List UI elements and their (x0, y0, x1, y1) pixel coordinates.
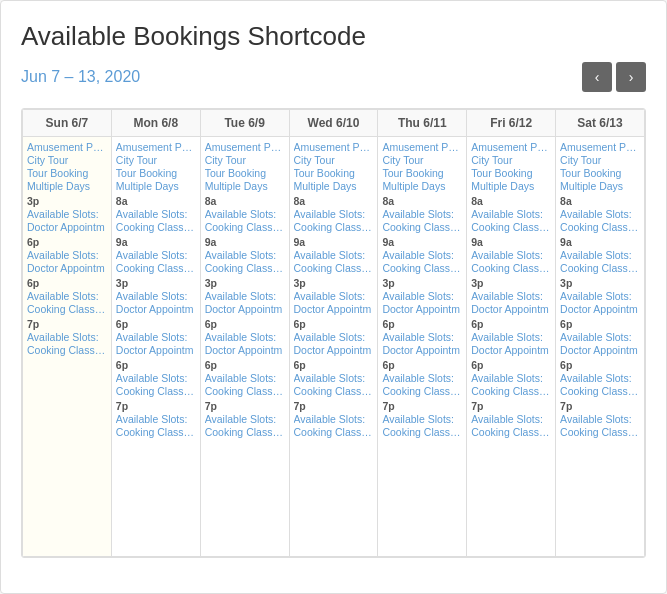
calendar-event[interactable]: Cooking Class Mo (116, 426, 196, 438)
available-slots[interactable]: Available Slots: (116, 249, 196, 261)
available-slots[interactable]: Available Slots: (116, 290, 196, 302)
allday-event[interactable]: Multiple Days (294, 180, 374, 192)
calendar-event[interactable]: Cooking Class Mo (471, 221, 551, 233)
available-slots[interactable]: Available Slots: (560, 331, 640, 343)
calendar-event[interactable]: Doctor Appointm (560, 303, 640, 315)
allday-event[interactable]: Amusement Park (471, 141, 551, 153)
allday-event[interactable]: City Tour (205, 154, 285, 166)
calendar-event[interactable]: Cooking Class Mo (382, 385, 462, 397)
available-slots[interactable]: Available Slots: (471, 413, 551, 425)
available-slots[interactable]: Available Slots: (116, 331, 196, 343)
available-slots[interactable]: Available Slots: (27, 208, 107, 220)
allday-event[interactable]: Multiple Days (27, 180, 107, 192)
prev-button[interactable]: ‹ (582, 62, 612, 92)
available-slots[interactable]: Available Slots: (471, 372, 551, 384)
allday-event[interactable]: Multiple Days (205, 180, 285, 192)
available-slots[interactable]: Available Slots: (382, 372, 462, 384)
calendar-event[interactable]: Cooking Class Mo (205, 262, 285, 274)
calendar-event[interactable]: Doctor Appointm (382, 303, 462, 315)
available-slots[interactable]: Available Slots: (560, 208, 640, 220)
calendar-event[interactable]: Cooking Class Mo (294, 221, 374, 233)
allday-event[interactable]: City Tour (116, 154, 196, 166)
allday-event[interactable]: Amusement Park (27, 141, 107, 153)
calendar-event[interactable]: Cooking Class Mo (27, 303, 107, 315)
available-slots[interactable]: Available Slots: (471, 208, 551, 220)
next-button[interactable]: › (616, 62, 646, 92)
calendar-event[interactable]: Cooking Class Mo (294, 262, 374, 274)
calendar-event[interactable]: Cooking Class Mo (205, 385, 285, 397)
allday-event[interactable]: Amusement Park (205, 141, 285, 153)
calendar-event[interactable]: Doctor Appointm (116, 303, 196, 315)
calendar-event[interactable]: Cooking Class Mo (116, 221, 196, 233)
allday-event[interactable]: Multiple Days (560, 180, 640, 192)
calendar-event[interactable]: Doctor Appointm (116, 344, 196, 356)
allday-event[interactable]: City Tour (27, 154, 107, 166)
available-slots[interactable]: Available Slots: (205, 249, 285, 261)
calendar-event[interactable]: Cooking Class Mo (560, 221, 640, 233)
calendar-event[interactable]: Cooking Class Mo (382, 426, 462, 438)
calendar-event[interactable]: Cooking Class Mo (27, 344, 107, 356)
available-slots[interactable]: Available Slots: (294, 331, 374, 343)
available-slots[interactable]: Available Slots: (294, 372, 374, 384)
allday-event[interactable]: Multiple Days (116, 180, 196, 192)
allday-event[interactable]: Tour Booking (382, 167, 462, 179)
available-slots[interactable]: Available Slots: (382, 249, 462, 261)
available-slots[interactable]: Available Slots: (560, 413, 640, 425)
allday-event[interactable]: Tour Booking (205, 167, 285, 179)
calendar-event[interactable]: Doctor Appointm (382, 344, 462, 356)
calendar-event[interactable]: Cooking Class Mo (382, 262, 462, 274)
allday-event[interactable]: Tour Booking (27, 167, 107, 179)
calendar-event[interactable]: Doctor Appointm (205, 303, 285, 315)
calendar-event[interactable]: Doctor Appointm (294, 344, 374, 356)
available-slots[interactable]: Available Slots: (116, 208, 196, 220)
available-slots[interactable]: Available Slots: (382, 331, 462, 343)
allday-event[interactable]: City Tour (294, 154, 374, 166)
allday-event[interactable]: Tour Booking (294, 167, 374, 179)
calendar-event[interactable]: Cooking Class Mo (205, 221, 285, 233)
allday-event[interactable]: City Tour (471, 154, 551, 166)
available-slots[interactable]: Available Slots: (205, 208, 285, 220)
calendar-event[interactable]: Cooking Class Mo (116, 385, 196, 397)
calendar-event[interactable]: Cooking Class Mo (560, 426, 640, 438)
allday-event[interactable]: Amusement Park (294, 141, 374, 153)
allday-event[interactable]: Amusement Park (116, 141, 196, 153)
calendar-event[interactable]: Cooking Class Mo (116, 262, 196, 274)
calendar-event[interactable]: Cooking Class Mo (560, 385, 640, 397)
available-slots[interactable]: Available Slots: (294, 413, 374, 425)
available-slots[interactable]: Available Slots: (205, 413, 285, 425)
calendar-event[interactable]: Cooking Class Mo (294, 426, 374, 438)
available-slots[interactable]: Available Slots: (382, 413, 462, 425)
available-slots[interactable]: Available Slots: (560, 290, 640, 302)
calendar-event[interactable]: Doctor Appointm (205, 344, 285, 356)
calendar-event[interactable]: Doctor Appointm (27, 262, 107, 274)
allday-event[interactable]: Tour Booking (471, 167, 551, 179)
available-slots[interactable]: Available Slots: (27, 249, 107, 261)
available-slots[interactable]: Available Slots: (116, 413, 196, 425)
allday-event[interactable]: City Tour (382, 154, 462, 166)
allday-event[interactable]: Multiple Days (382, 180, 462, 192)
calendar-event[interactable]: Cooking Class Mo (471, 385, 551, 397)
available-slots[interactable]: Available Slots: (294, 249, 374, 261)
available-slots[interactable]: Available Slots: (382, 208, 462, 220)
available-slots[interactable]: Available Slots: (471, 249, 551, 261)
calendar-event[interactable]: Cooking Class Mo (560, 262, 640, 274)
available-slots[interactable]: Available Slots: (471, 290, 551, 302)
available-slots[interactable]: Available Slots: (294, 208, 374, 220)
available-slots[interactable]: Available Slots: (294, 290, 374, 302)
allday-event[interactable]: Multiple Days (471, 180, 551, 192)
calendar-event[interactable]: Cooking Class Mo (471, 426, 551, 438)
allday-event[interactable]: Amusement Park (560, 141, 640, 153)
available-slots[interactable]: Available Slots: (205, 372, 285, 384)
calendar-event[interactable]: Doctor Appointm (560, 344, 640, 356)
allday-event[interactable]: Tour Booking (560, 167, 640, 179)
calendar-event[interactable]: Doctor Appointm (294, 303, 374, 315)
available-slots[interactable]: Available Slots: (116, 372, 196, 384)
available-slots[interactable]: Available Slots: (560, 372, 640, 384)
calendar-event[interactable]: Doctor Appointm (471, 344, 551, 356)
available-slots[interactable]: Available Slots: (27, 331, 107, 343)
calendar-event[interactable]: Doctor Appointm (471, 303, 551, 315)
allday-event[interactable]: Amusement Park (382, 141, 462, 153)
calendar-event[interactable]: Cooking Class Mo (205, 426, 285, 438)
available-slots[interactable]: Available Slots: (205, 290, 285, 302)
calendar-event[interactable]: Cooking Class Mo (294, 385, 374, 397)
